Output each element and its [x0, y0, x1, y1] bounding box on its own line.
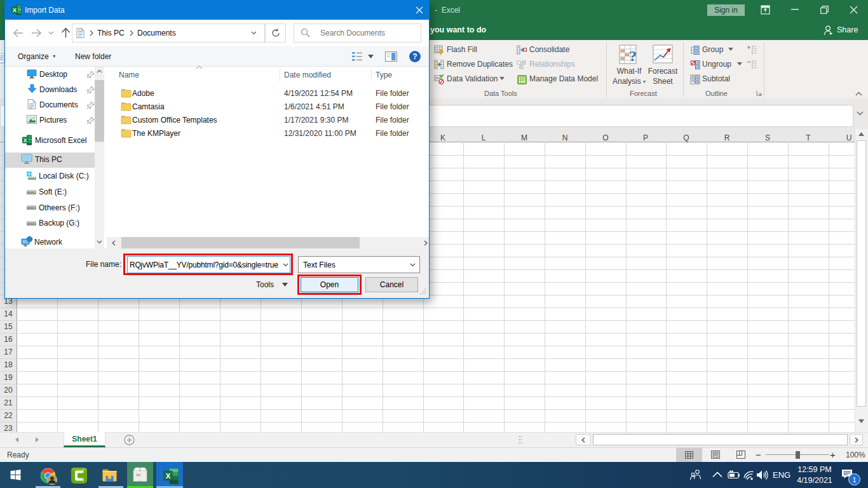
- svg-text:M: M: [521, 133, 527, 142]
- svg-text:U: U: [846, 133, 852, 142]
- svg-text:21: 21: [4, 398, 13, 407]
- svg-text:R: R: [724, 133, 730, 142]
- svg-text:17: 17: [4, 348, 13, 356]
- svg-text:T: T: [806, 133, 811, 142]
- svg-text:22: 22: [4, 411, 13, 420]
- svg-text:19: 19: [4, 373, 13, 382]
- svg-text:14: 14: [4, 309, 13, 318]
- svg-text:15: 15: [4, 322, 13, 331]
- svg-text:X: X: [24, 137, 27, 144]
- svg-text:K: K: [440, 133, 445, 142]
- svg-text:L: L: [482, 133, 486, 142]
- svg-text:20: 20: [4, 386, 13, 395]
- svg-text:Kite: Kite: [137, 474, 140, 477]
- svg-text:N: N: [562, 133, 568, 142]
- svg-text:Q: Q: [683, 133, 689, 142]
- svg-text:18: 18: [4, 360, 13, 369]
- svg-text:23: 23: [4, 424, 13, 432]
- svg-text:16: 16: [4, 335, 13, 344]
- svg-text:X: X: [13, 6, 17, 13]
- svg-text:O: O: [602, 133, 608, 142]
- svg-text:S: S: [765, 133, 770, 142]
- svg-text:?: ?: [629, 48, 637, 64]
- svg-text:X: X: [166, 472, 171, 480]
- svg-text:P: P: [643, 133, 648, 142]
